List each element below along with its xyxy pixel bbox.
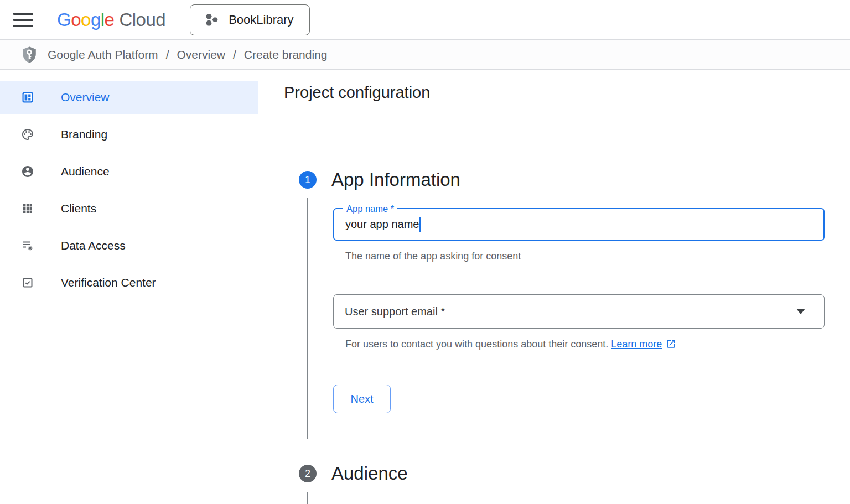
step-header: 1 App Information xyxy=(299,169,850,191)
sidebar-item-label: Data Access xyxy=(61,239,126,252)
logo-letter: l xyxy=(101,9,105,30)
sidebar-item-label: Verification Center xyxy=(61,276,156,289)
step-title: App Information xyxy=(331,169,460,190)
app-name-input[interactable]: App name * your app name xyxy=(333,208,825,241)
breadcrumb: Google Auth Platform / Overview / Create… xyxy=(0,40,850,70)
page-header: Project configuration xyxy=(258,70,850,116)
project-name: BookLibrary xyxy=(229,13,293,27)
google-cloud-logo: G o o g l e Cloud xyxy=(57,9,165,30)
sidebar-item-clients[interactable]: Clients xyxy=(0,192,258,225)
sidebar-item-audience[interactable]: Audience xyxy=(0,155,258,188)
logo-letter: G xyxy=(57,9,71,30)
sidebar-item-branding[interactable]: Branding xyxy=(0,118,258,151)
apps-grid-icon xyxy=(21,202,34,215)
logo-letter: o xyxy=(71,9,81,30)
step-title: Audience xyxy=(331,463,408,484)
logo-letter: g xyxy=(91,9,101,30)
support-email-helper: For users to contact you with questions … xyxy=(345,339,608,350)
next-button[interactable]: Next xyxy=(333,385,391,413)
breadcrumb-item-auth-platform[interactable]: Google Auth Platform xyxy=(48,48,158,61)
logo-cloud-text: Cloud xyxy=(119,9,165,30)
top-app-bar: G o o g l e Cloud BookLibrary xyxy=(0,0,850,40)
palette-icon xyxy=(21,128,34,141)
step-audience: 2 Audience xyxy=(299,463,850,504)
learn-more-link[interactable]: Learn more xyxy=(611,339,662,350)
app-name-helper-text: The name of the app asking for consent xyxy=(345,251,825,262)
sidebar-item-overview[interactable]: Overview xyxy=(0,81,258,114)
user-support-email-select[interactable]: User support email * xyxy=(333,294,825,329)
step-number-badge: 2 xyxy=(299,465,317,482)
step-body: App name * your app name The name of the… xyxy=(307,198,850,439)
sidebar-item-label: Overview xyxy=(61,91,110,104)
sidebar-nav: Overview Branding Audience xyxy=(0,70,258,504)
breadcrumb-separator: / xyxy=(166,48,169,61)
step-number-badge: 1 xyxy=(299,171,317,189)
step-header: 2 Audience xyxy=(299,463,850,485)
sidebar-item-verification-center[interactable]: Verification Center xyxy=(0,266,258,299)
auth-platform-shield-key-icon xyxy=(20,45,39,64)
app-name-value: your app name xyxy=(345,218,419,231)
checkbox-icon xyxy=(21,276,34,289)
menu-hamburger-icon[interactable] xyxy=(13,13,33,27)
dropdown-arrow-icon xyxy=(796,309,805,314)
overview-dashboard-icon xyxy=(21,91,34,104)
sidebar-item-label: Clients xyxy=(61,202,96,215)
sidebar-item-label: Audience xyxy=(61,165,110,178)
open-in-new-icon xyxy=(666,339,676,349)
page-title: Project configuration xyxy=(284,84,430,102)
sidebar-item-data-access[interactable]: Data Access xyxy=(0,229,258,262)
support-email-helper-text: For users to contact you with questions … xyxy=(345,339,825,350)
step-body xyxy=(307,492,850,504)
breadcrumb-separator: / xyxy=(233,48,236,61)
project-hexagons-icon xyxy=(204,12,220,28)
logo-letter: o xyxy=(81,9,91,30)
breadcrumb-item-create-branding: Create branding xyxy=(244,48,328,61)
breadcrumb-item-overview[interactable]: Overview xyxy=(177,48,225,61)
app-name-label: App name * xyxy=(343,203,397,214)
user-support-email-label: User support email * xyxy=(345,305,445,318)
main-content: Project configuration 1 App Information … xyxy=(258,70,850,504)
sidebar-item-label: Branding xyxy=(61,128,107,141)
person-circle-icon xyxy=(21,165,34,178)
list-gear-icon xyxy=(21,239,34,252)
step-app-information: 1 App Information App name * your app na… xyxy=(299,169,850,439)
project-selector-button[interactable]: BookLibrary xyxy=(190,4,309,35)
text-cursor xyxy=(419,217,421,232)
logo-letter: e xyxy=(105,9,115,30)
